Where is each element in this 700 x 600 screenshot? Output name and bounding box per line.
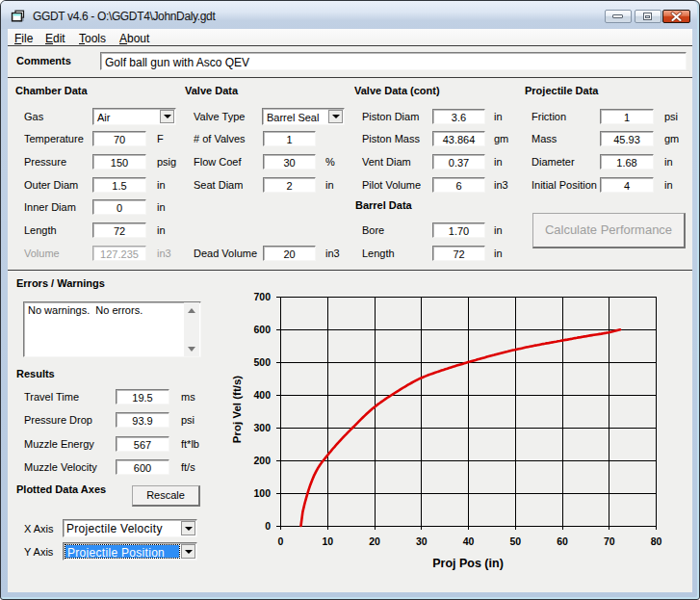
- svg-text:10: 10: [322, 535, 333, 547]
- svg-text:600: 600: [253, 324, 271, 335]
- svg-text:400: 400: [253, 389, 271, 401]
- svg-text:100: 100: [253, 487, 271, 499]
- svg-text:200: 200: [253, 455, 271, 466]
- svg-text:30: 30: [416, 535, 428, 547]
- svg-text:80: 80: [651, 535, 662, 547]
- svg-text:60: 60: [557, 535, 568, 547]
- svg-text:500: 500: [253, 356, 271, 368]
- svg-text:40: 40: [463, 535, 475, 547]
- svg-text:300: 300: [253, 422, 271, 433]
- svg-text:50: 50: [509, 535, 521, 547]
- svg-text:0: 0: [278, 535, 284, 547]
- svg-text:Proj Pos (in): Proj Pos (in): [432, 557, 504, 570]
- svg-text:70: 70: [604, 535, 615, 547]
- svg-text:Proj Vel (ft/s): Proj Vel (ft/s): [231, 376, 243, 443]
- svg-text:20: 20: [369, 535, 380, 547]
- svg-text:0: 0: [265, 520, 271, 532]
- svg-text:700: 700: [253, 291, 271, 302]
